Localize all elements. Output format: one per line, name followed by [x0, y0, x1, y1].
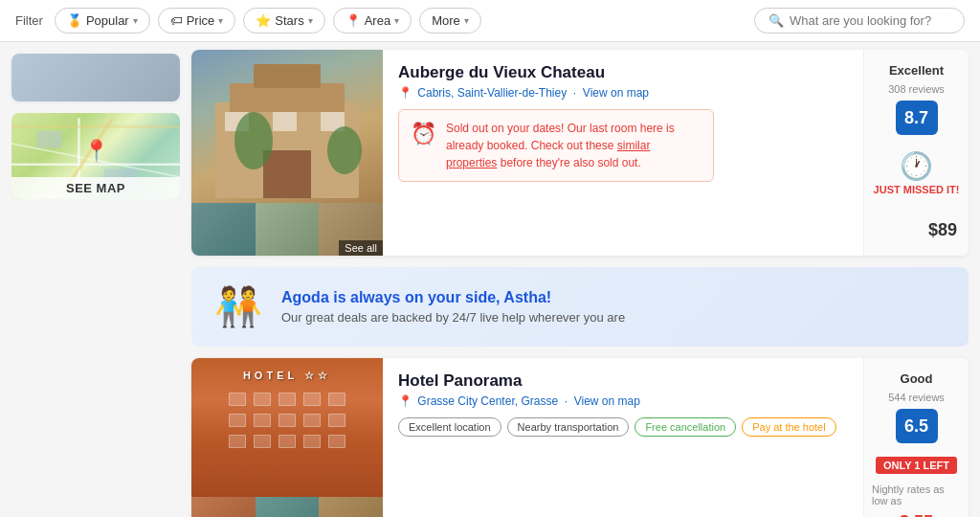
- nightly-price: $ 55: [900, 512, 933, 517]
- hotel-tags: Excellent location Nearby transportation…: [398, 417, 848, 437]
- price-filter-button[interactable]: 🏷 Price ▾: [158, 8, 236, 34]
- view-on-map-link[interactable]: View on map: [583, 86, 649, 100]
- hotel-card: See all Auberge du Vieux Chateau 📍 Cabri…: [191, 50, 969, 256]
- hotel-sign: HOTEL ☆☆: [191, 370, 383, 382]
- window: [278, 393, 296, 406]
- map-thumbnail[interactable]: 📍 SEE MAP: [11, 113, 180, 199]
- chevron-down-icon: ▾: [133, 15, 138, 26]
- hotel-location-text: Cabris, Saint-Vallier-de-Thiey: [417, 86, 567, 100]
- area-filter-button[interactable]: 📍 Area ▾: [333, 8, 412, 34]
- stars-filter-button[interactable]: ⭐ Stars ▾: [243, 8, 324, 34]
- tag-pay-at-hotel: Pay at the hotel: [742, 417, 835, 437]
- map-pin: 📍: [83, 139, 109, 164]
- nightly-rate-label: Nightly rates as low as: [872, 483, 961, 506]
- window-row: [203, 393, 371, 406]
- hotel-score-panel: Good 544 reviews 6.5 ONLY 1 LEFT Nightly…: [863, 358, 969, 517]
- hotel-thumbnails: [191, 497, 383, 517]
- window: [303, 414, 321, 427]
- svg-rect-9: [254, 64, 321, 88]
- price-label: Price: [187, 13, 215, 28]
- only-left-badge: ONLY 1 LEFT: [876, 457, 957, 474]
- promo-title: Agoda is always on your side, Astha!: [281, 289, 946, 306]
- score-badge: 6.5: [896, 409, 938, 443]
- promo-subtitle: Our great deals are backed by 24/7 live …: [281, 310, 946, 325]
- window-row: [203, 435, 371, 448]
- just-missed-label: JUST MISSED IT!: [874, 184, 960, 195]
- map-sidebar: 📍 SEE MAP: [0, 42, 191, 517]
- clock-icon: ⏰: [411, 122, 436, 146]
- hotel-thumb-1: [191, 203, 256, 256]
- window: [328, 393, 345, 406]
- search-input[interactable]: [790, 13, 950, 28]
- sold-out-text: Sold out on your dates! Our last room he…: [446, 120, 702, 171]
- more-filter-button[interactable]: More ▾: [419, 8, 481, 34]
- chevron-down-icon: ▾: [464, 15, 469, 26]
- hotel-thumb-2: [256, 497, 320, 517]
- location-pin-icon: 📍: [398, 394, 412, 408]
- svg-rect-13: [263, 150, 311, 198]
- filter-label: Filter: [15, 13, 43, 28]
- just-missed-section: 🕐 JUST MISSED IT!: [874, 150, 960, 195]
- search-box[interactable]: 🔍: [754, 8, 965, 34]
- window: [229, 393, 246, 406]
- chevron-down-icon: ▾: [308, 15, 313, 26]
- score-label: Good: [901, 371, 933, 386]
- view-on-map-link[interactable]: View on map: [574, 394, 640, 408]
- window: [303, 435, 321, 448]
- svg-rect-11: [273, 112, 297, 131]
- window: [254, 414, 271, 427]
- see-all-overlay[interactable]: See all: [339, 240, 383, 256]
- svg-point-14: [234, 112, 273, 169]
- hotel-main-image: [191, 50, 383, 203]
- map-background: 📍 SEE MAP: [11, 113, 180, 199]
- popular-filter-button[interactable]: 🏅 Popular ▾: [55, 8, 150, 34]
- svg-point-15: [327, 126, 362, 174]
- sold-out-suffix: before they're also sold out.: [497, 156, 640, 169]
- popular-label: Popular: [86, 13, 129, 28]
- hotel-thumb-2: [256, 203, 320, 256]
- star-icon: ⭐: [256, 13, 271, 28]
- more-label: More: [432, 13, 460, 28]
- main-layout: 📍 SEE MAP: [0, 42, 980, 517]
- hotel-thumb-3: [319, 497, 383, 517]
- window: [254, 393, 271, 406]
- window: [254, 435, 271, 448]
- previous-card-placeholder: [11, 54, 180, 101]
- hotel-price: $89: [928, 220, 961, 248]
- chevron-down-icon: ▾: [218, 15, 223, 26]
- tag-free-cancellation: Free cancellation: [635, 417, 736, 437]
- promo-text: Agoda is always on your side, Astha! Our…: [281, 289, 946, 325]
- hotel-illustration: [196, 55, 378, 203]
- stars-label: Stars: [275, 13, 303, 28]
- just-missed-clock-icon: 🕐: [900, 150, 933, 182]
- score-label: Excellent: [889, 63, 944, 78]
- hotel-name: Hotel Panorama: [398, 371, 848, 391]
- location-pin-icon: 📍: [398, 86, 412, 100]
- hotel-card: HOTEL ☆☆: [191, 358, 969, 517]
- window: [278, 435, 296, 448]
- hotel-info: Hotel Panorama 📍 Grasse City Center, Gra…: [383, 358, 863, 517]
- chevron-down-icon: ▾: [394, 15, 399, 26]
- popular-icon: 🏅: [67, 13, 82, 28]
- promo-banner: 🧑‍🤝‍🧑 Agoda is always on your side, Asth…: [191, 267, 969, 347]
- hotel-score-panel: Excellent 308 reviews 8.7 🕐 JUST MISSED …: [863, 50, 969, 256]
- hotel-location: 📍 Grasse City Center, Grasse · View on m…: [398, 394, 848, 408]
- promo-illustration: 🧑‍🤝‍🧑: [214, 284, 262, 329]
- window: [328, 435, 345, 448]
- hotel-images[interactable]: See all: [191, 50, 383, 256]
- tag-nearby-transport: Nearby transportation: [507, 417, 630, 437]
- results-area: See all Auberge du Vieux Chateau 📍 Cabri…: [191, 42, 980, 517]
- sold-out-banner: ⏰ Sold out on your dates! Our last room …: [398, 109, 714, 182]
- score-reviews: 308 reviews: [888, 83, 945, 95]
- hotel-location: 📍 Cabris, Saint-Vallier-de-Thiey · View …: [398, 86, 848, 100]
- window: [303, 393, 321, 406]
- area-label: Area: [365, 13, 390, 28]
- prev-image: [11, 54, 180, 101]
- window: [229, 435, 246, 448]
- location-icon: 📍: [345, 13, 361, 28]
- hotel-name: Auberge du Vieux Chateau: [398, 63, 848, 82]
- window-row: [203, 414, 371, 427]
- hotel-thumb-1: [191, 497, 256, 517]
- hotel-images[interactable]: HOTEL ☆☆: [191, 358, 383, 517]
- svg-rect-5: [36, 131, 61, 148]
